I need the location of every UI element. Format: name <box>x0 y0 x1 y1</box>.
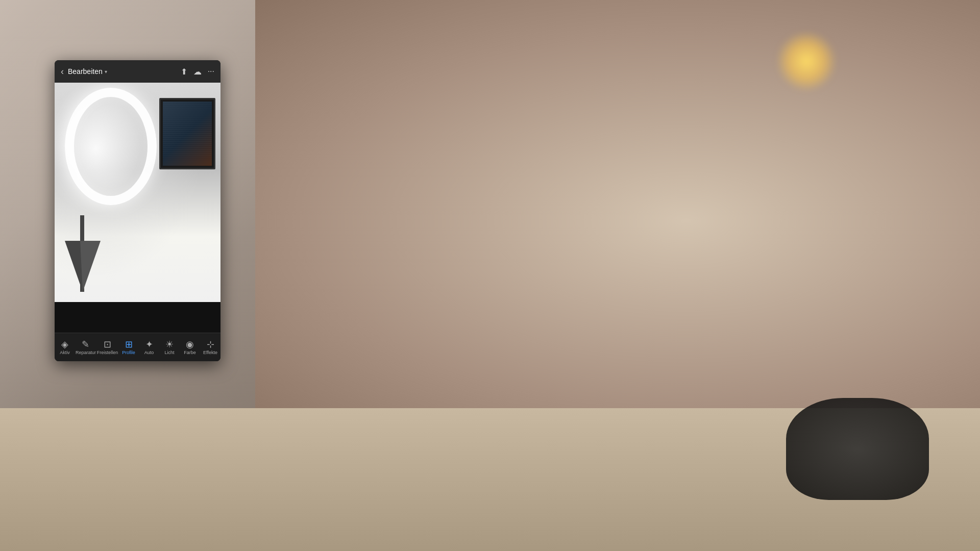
lightroom-toolbar: ◈Aktiv✎Reparatur⊡Freistellen⊞Profile✦Aut… <box>55 333 220 361</box>
toolbar-item-licht[interactable]: ☀Licht <box>159 338 180 357</box>
more-options-icon[interactable]: ··· <box>208 67 214 76</box>
toolbar-item-aktiv[interactable]: ◈Aktiv <box>55 338 75 357</box>
toolbar-item-farbe[interactable]: ◉Farbe <box>180 338 200 357</box>
histogram-area <box>55 302 220 333</box>
toolbar-item-freistellen[interactable]: ⊡Freistellen <box>96 338 118 357</box>
video-background: ‹ Bearbeiten ▾ ⬆ ☁ ··· <box>0 0 980 551</box>
reparatur-label: Reparatur <box>76 350 96 355</box>
phone-lightroom-ui: ‹ Bearbeiten ▾ ⬆ ☁ ··· <box>55 60 220 361</box>
share-icon[interactable]: ⬆ <box>181 67 187 77</box>
licht-icon: ☀ <box>165 340 174 349</box>
aktiv-label: Aktiv <box>60 350 70 355</box>
farbe-icon: ◉ <box>186 340 194 349</box>
photo-editing-area <box>55 83 220 302</box>
photo-ring-light <box>65 88 157 205</box>
profile-label: Profile <box>122 350 135 355</box>
photo-tripod <box>80 215 84 292</box>
desk-lamp-glow <box>776 31 837 92</box>
dropdown-arrow-icon[interactable]: ▾ <box>105 69 107 74</box>
lightroom-topbar: ‹ Bearbeiten ▾ ⬆ ☁ ··· <box>55 60 220 83</box>
reparatur-icon: ✎ <box>82 340 89 349</box>
freistellen-label: Freistellen <box>97 350 118 355</box>
edit-title: Bearbeiten <box>68 67 103 76</box>
topbar-title: Bearbeiten ▾ <box>68 67 107 76</box>
toolbar-item-auto[interactable]: ✦Auto <box>139 338 159 357</box>
toolbar-item-reparatur[interactable]: ✎Reparatur <box>75 338 96 357</box>
licht-label: Licht <box>164 350 174 355</box>
photo-monitor-screen <box>163 102 212 166</box>
photo-monitor <box>159 98 215 169</box>
profile-icon: ⊞ <box>125 340 133 349</box>
effekte-label: Effekte <box>203 350 217 355</box>
toolbar-item-effekte[interactable]: ⊹Effekte <box>200 338 220 357</box>
freistellen-icon: ⊡ <box>104 340 111 349</box>
topbar-right: ⬆ ☁ ··· <box>181 67 214 77</box>
auto-icon: ✦ <box>145 340 153 349</box>
cloud-icon[interactable]: ☁ <box>193 67 202 77</box>
back-button[interactable]: ‹ <box>61 66 64 77</box>
farbe-label: Farbe <box>184 350 196 355</box>
camera-on-desk <box>786 398 929 500</box>
aktiv-icon: ◈ <box>61 340 68 349</box>
effekte-icon: ⊹ <box>207 340 214 349</box>
toolbar-item-profile[interactable]: ⊞Profile <box>118 338 139 357</box>
topbar-left: ‹ Bearbeiten ▾ <box>61 66 107 77</box>
auto-label: Auto <box>144 350 154 355</box>
